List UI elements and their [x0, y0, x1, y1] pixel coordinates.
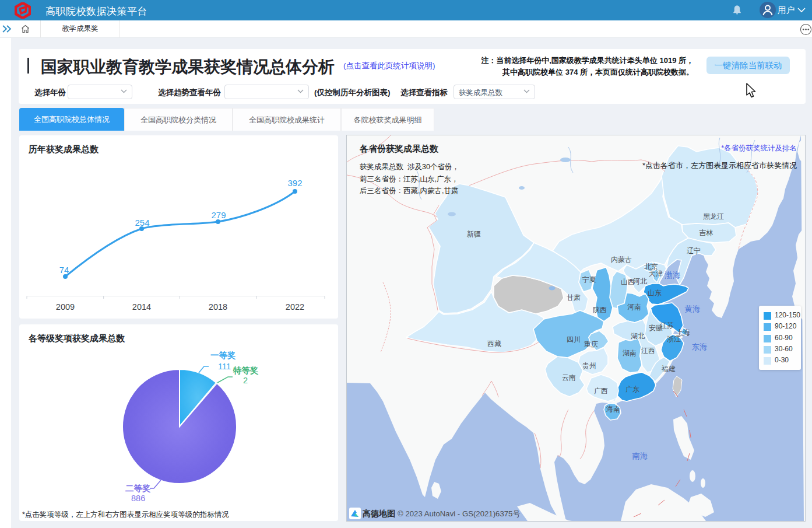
svg-text:254: 254 [135, 218, 149, 228]
svg-text:内蒙古: 内蒙古 [611, 256, 632, 264]
svg-text:海南: 海南 [606, 405, 620, 413]
svg-text:二等奖: 二等奖 [125, 484, 151, 493]
svg-text:黄海: 黄海 [685, 305, 701, 313]
svg-text:新疆: 新疆 [467, 230, 481, 238]
svg-text:74: 74 [59, 265, 69, 275]
svg-text:河南: 河南 [627, 303, 641, 311]
svg-text:陕西: 陕西 [593, 306, 607, 314]
svg-text:辽宁: 辽宁 [687, 247, 701, 255]
svg-text:2009: 2009 [56, 302, 75, 312]
svg-text:重庆: 重庆 [584, 340, 598, 348]
svg-text:四川: 四川 [567, 335, 581, 344]
svg-text:886: 886 [131, 494, 145, 503]
svg-text:江西: 江西 [641, 347, 655, 355]
svg-text:宁夏: 宁夏 [582, 275, 596, 284]
svg-text:渤海: 渤海 [665, 271, 681, 279]
svg-text:浙江: 浙江 [667, 335, 681, 343]
svg-text:吉林: 吉林 [699, 229, 713, 237]
svg-text:云南: 云南 [562, 373, 576, 382]
svg-text:山东: 山东 [648, 289, 662, 297]
svg-text:南海: 南海 [632, 452, 648, 460]
svg-text:广西: 广西 [594, 387, 608, 395]
svg-text:广东: 广东 [625, 385, 639, 393]
svg-text:天津: 天津 [649, 270, 663, 278]
svg-text:湖北: 湖北 [631, 332, 645, 340]
svg-text:河北: 河北 [633, 277, 647, 285]
svg-text:甘肃: 甘肃 [567, 293, 581, 302]
svg-text:安徽: 安徽 [649, 324, 663, 332]
svg-text:湖南: 湖南 [623, 349, 637, 357]
svg-text:特等奖: 特等奖 [233, 366, 259, 375]
svg-text:一等奖: 一等奖 [210, 351, 236, 360]
svg-text:福建: 福建 [661, 365, 676, 373]
svg-text:392: 392 [287, 178, 302, 188]
svg-text:2: 2 [243, 376, 248, 385]
svg-text:西藏: 西藏 [487, 340, 501, 348]
svg-text:贵州: 贵州 [582, 362, 596, 370]
svg-text:279: 279 [211, 210, 226, 220]
svg-text:2018: 2018 [209, 302, 227, 312]
svg-text:2022: 2022 [286, 302, 304, 312]
svg-text:黑龙江: 黑龙江 [703, 212, 724, 221]
svg-text:2014: 2014 [132, 302, 151, 312]
svg-text:111: 111 [218, 362, 231, 371]
svg-text:东海: 东海 [692, 342, 708, 351]
